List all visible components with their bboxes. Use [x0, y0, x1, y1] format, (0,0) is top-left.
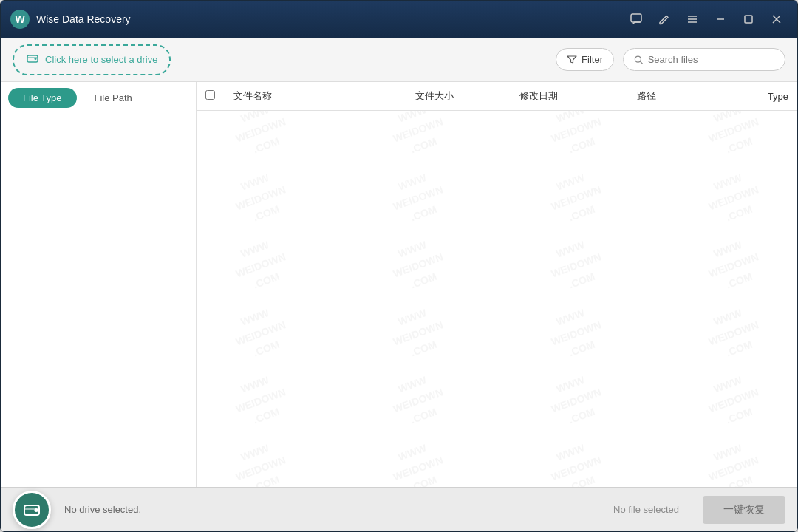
col-header-date: 修改日期	[511, 89, 628, 103]
menu-button[interactable]	[681, 7, 704, 31]
table-body: WWWWEIDOWN.COM WWWWEIDOWN.COM WWWWEIDOWN…	[197, 111, 797, 487]
left-panel: File Type File Path WWWWEIDOWN.COM WWWWE…	[1, 82, 197, 487]
svg-line-14	[641, 61, 643, 64]
main-window: W Wise Data Recovery	[0, 0, 798, 532]
svg-rect-2	[631, 14, 641, 22]
col-header-name: 文件名称	[225, 89, 406, 103]
titlebar: W Wise Data Recovery	[1, 1, 797, 38]
content-area: File Type File Path WWWWEIDOWN.COM WWWWE…	[1, 82, 797, 487]
close-button[interactable]	[765, 7, 788, 31]
edit-button[interactable]	[652, 7, 676, 31]
main-content: File Type File Path WWWWEIDOWN.COM WWWWE…	[1, 82, 797, 487]
minimize-button[interactable]	[709, 7, 732, 31]
search-icon	[634, 55, 644, 65]
window-controls	[624, 7, 788, 31]
footer-right: No file selected 一键恢复	[613, 496, 785, 524]
tabs-row: File Type File Path	[1, 82, 196, 108]
svg-rect-7	[745, 16, 752, 23]
app-title: Wise Data Recovery	[36, 13, 624, 25]
col-header-checkbox	[197, 90, 225, 102]
tab-file-path[interactable]: File Path	[80, 88, 147, 108]
select-all-checkbox[interactable]	[205, 90, 215, 100]
drive-circle-button[interactable]	[13, 491, 51, 529]
table-header: 文件名称 文件大小 修改日期 路径 Type	[197, 82, 797, 111]
no-file-text: No file selected	[613, 504, 679, 515]
no-drive-text: No drive selected.	[64, 504, 141, 515]
drive-icon	[26, 52, 39, 68]
filter-button[interactable]: Filter	[556, 48, 614, 71]
filter-icon	[567, 55, 577, 65]
chat-button[interactable]	[624, 7, 648, 31]
footer-area: No drive selected. No file selected 一键恢复	[1, 487, 797, 531]
app-logo: W	[10, 9, 30, 30]
search-box	[623, 48, 785, 71]
select-drive-button[interactable]: Click here to select a drive	[13, 44, 171, 75]
filter-label: Filter	[582, 54, 603, 65]
select-drive-label: Click here to select a drive	[45, 54, 157, 65]
svg-text:W: W	[15, 13, 25, 25]
maximize-button[interactable]	[737, 7, 760, 31]
recover-button[interactable]: 一键恢复	[703, 496, 785, 524]
watermark-right: WWWWEIDOWN.COM WWWWEIDOWN.COM WWWWEIDOWN…	[197, 111, 797, 487]
search-input[interactable]	[648, 54, 774, 65]
toolbar: Click here to select a drive Filter	[1, 38, 797, 82]
col-header-size: 文件大小	[406, 89, 511, 103]
right-panel: 文件名称 文件大小 修改日期 路径 Type WWWWEIDOWN.COM WW…	[197, 82, 797, 487]
tab-file-type[interactable]: File Type	[8, 88, 77, 108]
status-message: No drive selected.	[64, 504, 141, 515]
col-header-type: Type	[759, 91, 797, 102]
drive-circle-icon	[22, 500, 41, 519]
col-header-path: 路径	[628, 89, 758, 103]
